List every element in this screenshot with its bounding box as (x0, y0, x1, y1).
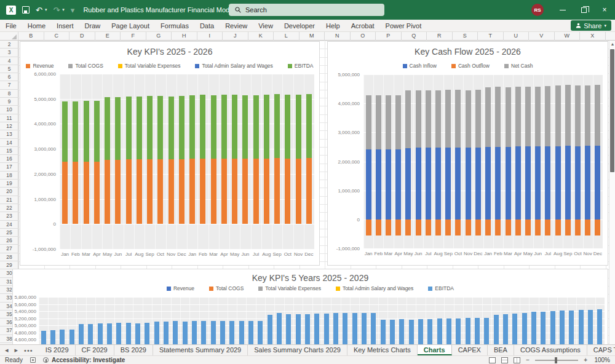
zoom-in-button[interactable]: + (584, 357, 587, 363)
tab-scroll-left-icon[interactable]: ◂ (5, 346, 9, 354)
sheet-tab-statements-summary-2029[interactable]: Statements Summary 2029 (153, 345, 248, 355)
view-page-break-button[interactable] (514, 357, 520, 363)
column-header-L[interactable]: L (274, 32, 300, 41)
ribbon-tab-draw[interactable]: Draw (79, 20, 106, 32)
sheet-tab-caps-table[interactable]: CAPS Table (587, 345, 615, 355)
ribbon-tab-file[interactable]: File (0, 20, 22, 32)
column-header-S[interactable]: S (453, 32, 478, 41)
row-header-25[interactable]: 25 (0, 229, 18, 237)
sheet-tab-cogs-assumptions[interactable]: COGS Assumptions (514, 345, 587, 355)
view-page-layout-button[interactable] (501, 357, 508, 363)
column-header-R[interactable]: R (427, 32, 453, 41)
column-header-H[interactable]: H (172, 32, 197, 41)
column-header-D[interactable]: D (69, 32, 95, 41)
save-button[interactable] (22, 6, 30, 14)
share-button[interactable]: Share ▾ (571, 20, 611, 31)
row-header-14[interactable]: 14 (0, 139, 18, 147)
row-header-8[interactable]: 8 (0, 90, 18, 98)
row-header-16[interactable]: 16 (0, 155, 18, 163)
row-header-24[interactable]: 24 (0, 221, 18, 229)
ribbon-tab-review[interactable]: Review (220, 20, 253, 32)
row-header-23[interactable]: 23 (0, 212, 18, 220)
view-normal-button[interactable] (489, 357, 496, 363)
row-header-3[interactable]: 3 (0, 49, 18, 57)
column-header-B[interactable]: B (18, 32, 44, 41)
scroll-up-icon[interactable]: ▲ (609, 41, 615, 48)
column-header-T[interactable]: T (478, 32, 504, 41)
sheet-tab-key-metrics-charts[interactable]: Key Metrics Charts (347, 345, 418, 355)
row-header-21[interactable]: 21 (0, 196, 18, 204)
row-header-20[interactable]: 20 (0, 188, 18, 196)
sheet-tab-cf-2029[interactable]: CF 2029 (76, 345, 114, 355)
tab-scroll-right-icon[interactable]: ▸ (15, 346, 18, 354)
close-button[interactable]: × (594, 0, 615, 20)
row-header-18[interactable]: 18 (0, 172, 18, 180)
row-header-12[interactable]: 12 (0, 122, 18, 130)
row-header-2[interactable]: 2 (0, 41, 18, 49)
column-header-Q[interactable]: Q (402, 32, 427, 41)
redo-chevron-icon[interactable]: ▾ (62, 7, 65, 12)
select-all-corner[interactable] (0, 32, 18, 41)
accessibility-status[interactable]: Accessibility: Investigate (43, 357, 125, 363)
row-header-11[interactable]: 11 (0, 114, 18, 122)
row-header-5[interactable]: 5 (0, 65, 18, 73)
ribbon-tab-acrobat[interactable]: Acrobat (346, 20, 380, 32)
column-header-J[interactable]: J (223, 32, 248, 41)
column-header-G[interactable]: G (146, 32, 172, 41)
row-header-9[interactable]: 9 (0, 98, 18, 106)
row-header-17[interactable]: 17 (0, 163, 18, 171)
ribbon-tab-power-pivot[interactable]: Power Pivot (380, 20, 427, 32)
column-header-M[interactable]: M (300, 32, 325, 41)
chart-kpi-5-years[interactable]: Key KPI's 5 Years 2025 - 2029RevenueTota… (12, 269, 608, 344)
worksheet-area[interactable]: 2345678910111213141516171819202122232425… (0, 41, 615, 344)
ribbon-tab-insert[interactable]: Insert (51, 20, 79, 32)
chart-cashflow-2025-2026[interactable]: Key Cash Flow 2025 - 2026Cash InflowCash… (327, 41, 608, 266)
column-header-I[interactable]: I (197, 32, 223, 41)
sheet-tab-capex[interactable]: CAPEX (452, 345, 488, 355)
column-header-K[interactable]: K (248, 32, 274, 41)
ribbon-tab-view[interactable]: View (253, 20, 279, 32)
avatar[interactable]: RS (531, 4, 544, 16)
column-header-C[interactable]: C (44, 32, 70, 41)
minimize-button[interactable] (552, 0, 573, 20)
undo-chevron-icon[interactable]: ▾ (45, 7, 47, 12)
search-box[interactable]: Search (229, 4, 384, 16)
redo-button[interactable]: ↷ (53, 6, 60, 14)
zoom-slider[interactable] (535, 360, 578, 361)
excel-logo-icon[interactable]: X (6, 6, 16, 15)
ribbon-tab-formulas[interactable]: Formulas (155, 20, 194, 32)
vertical-scrollbar-thumb[interactable] (610, 49, 614, 172)
row-header-4[interactable]: 4 (0, 57, 18, 65)
undo-button[interactable]: ↶ (36, 6, 42, 14)
macro-record-icon[interactable] (30, 357, 36, 363)
column-header-N[interactable]: N (325, 32, 351, 41)
row-header-22[interactable]: 22 (0, 204, 18, 212)
row-header-26[interactable]: 26 (0, 237, 18, 245)
row-header-13[interactable]: 13 (0, 130, 18, 138)
sheet-tab-bea[interactable]: BEA (488, 345, 514, 355)
sheet-tab-charts[interactable]: Charts (418, 345, 452, 355)
row-header-28[interactable]: 28 (0, 253, 18, 261)
ribbon-tab-data[interactable]: Data (194, 20, 220, 32)
row-header-19[interactable]: 19 (0, 180, 18, 188)
column-header-V[interactable]: V (529, 32, 555, 41)
tab-list-dots-icon[interactable]: ••• (24, 347, 33, 354)
sheet-tab-sales-summary-charts-2029[interactable]: Sales Summary Charts 2029 (248, 345, 347, 355)
sheet-tab-is-2029[interactable]: IS 2029 (39, 345, 76, 355)
column-header-O[interactable]: O (351, 32, 376, 41)
ribbon-tab-home[interactable]: Home (22, 20, 51, 32)
column-header-E[interactable]: E (95, 32, 121, 41)
row-header-27[interactable]: 27 (0, 245, 18, 253)
ribbon-tab-developer[interactable]: Developer (279, 20, 320, 32)
column-header-X[interactable]: X (580, 32, 606, 41)
ribbon-tab-page-layout[interactable]: Page Layout (106, 20, 155, 32)
sheet-tab-bs-2029[interactable]: BS 2029 (114, 345, 153, 355)
zoom-out-button[interactable]: − (526, 357, 530, 363)
row-header-10[interactable]: 10 (0, 106, 18, 114)
column-header-W[interactable]: W (555, 32, 581, 41)
zoom-slider-thumb[interactable] (555, 357, 557, 363)
row-header-7[interactable]: 7 (0, 81, 18, 89)
ribbon-tab-help[interactable]: Help (320, 20, 346, 32)
qat-menu-button[interactable]: ▾ (71, 6, 75, 14)
row-header-15[interactable]: 15 (0, 147, 18, 155)
